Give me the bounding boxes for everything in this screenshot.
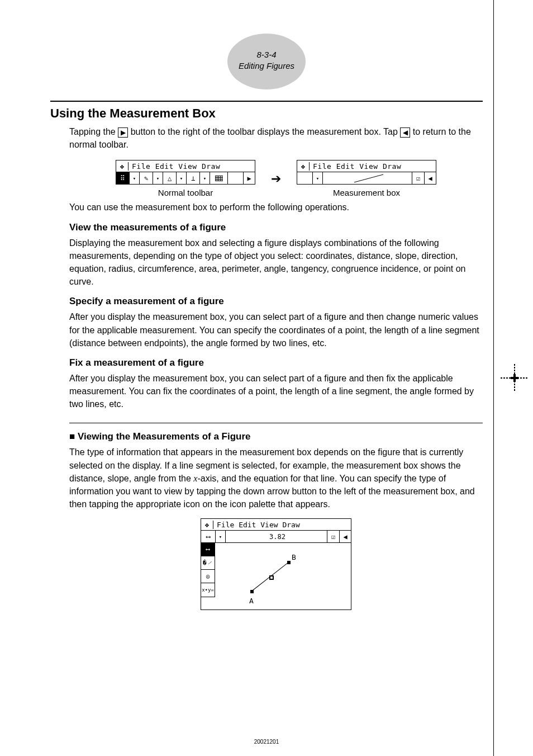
measure-type-button[interactable]: [297, 172, 313, 184]
footer-id: 20021201: [0, 739, 533, 745]
triangle-tool-icon[interactable]: △: [163, 172, 177, 184]
toolbar-comparison: ❖ File Edit View Draw ⠿ ▾ ✎ ▾ △: [69, 160, 483, 197]
page-right-rule: [493, 0, 494, 756]
operations-intro: You can use the measurement box to perfo…: [69, 201, 483, 214]
heading-main: Using the Measurement Box: [50, 106, 483, 121]
menu-draw[interactable]: Draw: [282, 521, 299, 529]
menu-file[interactable]: File: [217, 521, 234, 529]
measurement-palette: ⟷ �⟋ ◎ x•y=: [201, 542, 215, 597]
intro-paragraph: Tapping the ▶ button to the right of the…: [69, 125, 483, 151]
draw-tool-icon[interactable]: ✎: [140, 172, 153, 184]
label-b: B: [292, 553, 296, 561]
menu-file[interactable]: File: [132, 162, 150, 171]
specify-measurement-heading: Specify a measurement of a figure: [69, 296, 483, 307]
measurement-value-field[interactable]: 3.82: [226, 531, 327, 542]
measurement-example-figure: ❖ File Edit View Draw ⟷ ▾ 3.82 ☑ ◀ ⟷ �⟋: [201, 518, 351, 610]
registration-mark-icon: [499, 363, 530, 393]
menu-view[interactable]: View: [178, 162, 197, 171]
lock-checkbox[interactable]: ☑: [412, 172, 425, 184]
menu-items: File Edit View Draw: [310, 162, 404, 171]
select-tool-icon[interactable]: ⠿: [116, 172, 130, 184]
badge-section: Editing Figures: [227, 60, 306, 72]
specify-measurement-body: After you display the measurement box, y…: [69, 310, 483, 349]
dropdown-icon[interactable]: ▾: [313, 172, 323, 184]
lock-checkbox[interactable]: ☑: [327, 531, 340, 542]
page-badge: 8-3-4 Editing Figures: [227, 34, 306, 89]
rule-mid: [69, 423, 483, 423]
geometry-canvas[interactable]: A B: [217, 545, 351, 607]
spacer: [228, 172, 244, 184]
label-a: A: [249, 597, 254, 605]
menu-file[interactable]: File: [313, 162, 331, 171]
perpendicular-tool-icon[interactable]: ⊥: [187, 172, 200, 184]
menu-items: File Edit View Draw: [129, 162, 223, 171]
menu-edit[interactable]: Edit: [336, 162, 355, 171]
point-mid[interactable]: [269, 575, 274, 580]
app-icon: ❖: [201, 521, 213, 529]
dropdown-icon[interactable]: ▾: [153, 172, 163, 184]
collapse-button[interactable]: ◀: [340, 531, 351, 542]
palette-equation-icon[interactable]: x•y=: [201, 583, 215, 597]
square-bullet-icon: ■: [69, 431, 78, 442]
menu-view[interactable]: View: [260, 521, 278, 529]
arrow-right-icon: ➔: [271, 172, 281, 186]
app-icon: ❖: [116, 162, 129, 171]
rule-top: [50, 101, 483, 102]
dropdown-icon[interactable]: ▾: [177, 172, 187, 184]
fix-measurement-body: After you display the measurement box, y…: [69, 372, 483, 411]
menu-view[interactable]: View: [359, 162, 378, 171]
point-b[interactable]: [287, 561, 291, 564]
palette-slope-icon[interactable]: �⟋: [201, 556, 215, 570]
dropdown-icon[interactable]: ▾: [130, 172, 140, 184]
menu-edit[interactable]: Edit: [239, 521, 256, 529]
point-a[interactable]: [250, 590, 254, 593]
measurement-value: 3.82: [269, 533, 285, 541]
viewing-heading-text: Viewing the Measurements of a Figure: [78, 431, 251, 442]
viewing-body: The type of information that appears in …: [69, 446, 483, 511]
app-icon: ❖: [297, 162, 310, 171]
intro-seg1: Tapping the: [69, 127, 118, 136]
measurement-toolbar-caption: Measurement box: [297, 188, 436, 197]
grid-tool-icon[interactable]: [210, 172, 228, 184]
intro-seg2: button to the right of the toolbar displ…: [131, 127, 401, 136]
measurement-input[interactable]: [323, 172, 412, 184]
menu-draw[interactable]: Draw: [202, 162, 220, 171]
menu-edit[interactable]: Edit: [155, 162, 174, 171]
viewing-heading: ■ Viewing the Measurements of a Figure: [69, 431, 483, 442]
view-measurements-heading: View the measurements of a figure: [69, 222, 483, 233]
expand-toolbar-icon: ▶: [118, 127, 128, 138]
normal-toolbar-caption: Normal toolbar: [116, 188, 255, 197]
menu-draw[interactable]: Draw: [383, 162, 401, 171]
svg-line-6: [354, 174, 383, 182]
dropdown-icon[interactable]: ▾: [200, 172, 210, 184]
normal-toolbar-figure: ❖ File Edit View Draw ⠿ ▾ ✎ ▾ △: [116, 160, 255, 185]
badge-page-num: 8-3-4: [227, 49, 306, 60]
measurement-toolbar-figure: ❖ File Edit View Draw ▾: [297, 160, 436, 185]
dropdown-icon[interactable]: ▾: [216, 531, 226, 542]
view-measurements-body: Displaying the measurement box and selec…: [69, 237, 483, 289]
palette-distance-icon[interactable]: ⟷: [201, 543, 215, 556]
distance-type-icon[interactable]: ⟷: [201, 531, 216, 542]
menu-items: File Edit View Draw: [213, 521, 303, 529]
collapse-toolbar-icon: ◀: [400, 127, 410, 138]
palette-angle-icon[interactable]: ◎: [201, 570, 215, 583]
collapse-button[interactable]: ◀: [425, 172, 436, 184]
fix-measurement-heading: Fix a measurement of a figure: [69, 357, 483, 368]
expand-button[interactable]: ▶: [244, 172, 255, 184]
